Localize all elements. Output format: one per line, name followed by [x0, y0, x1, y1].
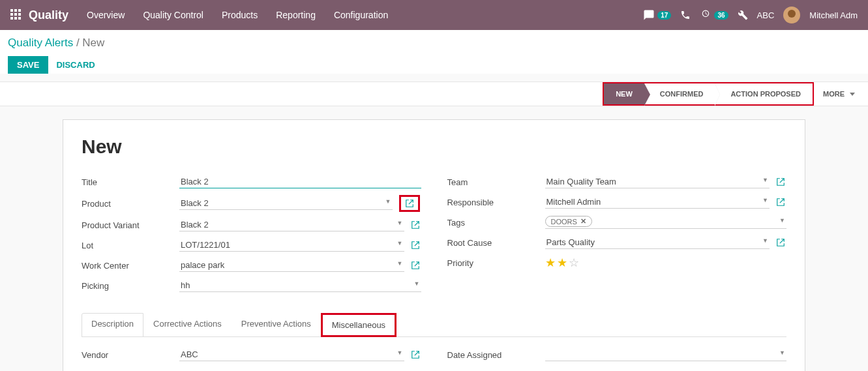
form-right: Team ▼ Responsible ▼ Tags DOORS✕ ▼	[447, 175, 787, 299]
title-input[interactable]	[179, 175, 421, 188]
product-input[interactable]	[179, 197, 393, 210]
page-head: Quality Alerts / New SAVE DISCARD	[0, 30, 868, 74]
main-menu: Overview Quality Control Products Report…	[87, 10, 388, 20]
label-date-assigned: Date Assigned	[447, 350, 545, 360]
external-link-icon[interactable]	[776, 177, 785, 186]
close-icon[interactable]: ✕	[580, 217, 586, 226]
svg-rect-2	[18, 9, 21, 12]
company-input[interactable]	[179, 368, 404, 371]
external-link-icon[interactable]	[411, 241, 420, 250]
label-picking: Picking	[82, 281, 179, 291]
menu-overview[interactable]: Overview	[87, 10, 125, 20]
stage-confirmed[interactable]: CONFIRMED	[644, 83, 715, 104]
root-cause-input[interactable]	[545, 236, 770, 249]
work-center-input[interactable]	[179, 259, 404, 272]
form-left: Title Product ▼ Product Variant ▼ Lot ▼	[82, 175, 421, 299]
action-bar: SAVE DISCARD	[8, 56, 860, 74]
stage-more[interactable]: MORE	[814, 82, 861, 106]
label-product: Product	[82, 199, 179, 209]
breadcrumb-current: New	[82, 37, 104, 49]
priority-stars[interactable]: ★ ★ ☆	[545, 256, 787, 270]
label-root-cause: Root Cause	[447, 238, 545, 248]
label-title: Title	[82, 177, 179, 187]
menu-quality-control[interactable]: Quality Control	[143, 10, 203, 20]
nav-right: 17 36 ABC Mitchell Adm	[643, 7, 858, 23]
external-link-icon[interactable]	[411, 261, 420, 270]
external-link-icon[interactable]	[411, 220, 420, 230]
user-short[interactable]: ABC	[757, 10, 775, 20]
stage-action-proposed[interactable]: ACTION PROPOSED	[715, 83, 813, 104]
user-name[interactable]: Mitchell Adm	[809, 10, 858, 20]
tab-corrective-actions[interactable]: Corrective Actions	[143, 313, 232, 337]
picking-input[interactable]	[179, 279, 421, 292]
menu-products[interactable]: Products	[222, 10, 258, 20]
apps-icon[interactable]	[10, 9, 21, 22]
avatar[interactable]	[783, 7, 800, 23]
activities-icon[interactable]: 36	[700, 9, 728, 21]
vendor-input[interactable]	[179, 348, 404, 361]
menu-configuration[interactable]: Configuration	[334, 10, 388, 20]
team-input[interactable]	[545, 175, 770, 188]
status-bar: NEW CONFIRMED ACTION PROPOSED MORE	[0, 82, 868, 106]
product-variant-input[interactable]	[179, 218, 404, 231]
activities-badge: 36	[714, 11, 728, 20]
svg-rect-0	[10, 9, 13, 12]
svg-rect-3	[10, 13, 13, 16]
svg-rect-6	[10, 17, 13, 20]
svg-rect-8	[18, 17, 21, 20]
tools-icon[interactable]	[738, 10, 748, 20]
label-vendor: Vendor	[82, 350, 179, 360]
tabs: Description Corrective Actions Preventiv…	[82, 313, 786, 337]
lot-input[interactable]	[179, 239, 404, 252]
svg-rect-1	[14, 9, 17, 12]
tab-content-miscellaneous: Vendor ▼ Company ▼ Date Assigned ▼	[82, 337, 786, 371]
phone-icon[interactable]	[680, 10, 691, 20]
star-icon[interactable]: ★	[545, 256, 556, 270]
page-title: New	[82, 136, 786, 158]
star-icon[interactable]: ☆	[569, 256, 579, 270]
star-icon[interactable]: ★	[557, 256, 567, 270]
top-nav: Quality Overview Quality Control Product…	[0, 0, 868, 30]
messages-icon[interactable]: 17	[643, 9, 671, 21]
external-link-icon[interactable]	[776, 198, 785, 207]
tab-description[interactable]: Description	[82, 313, 143, 337]
menu-reporting[interactable]: Reporting	[276, 10, 316, 20]
tag-chip[interactable]: DOORS✕	[545, 216, 592, 227]
app-brand[interactable]: Quality	[29, 8, 68, 22]
date-assigned-input[interactable]	[545, 348, 787, 361]
breadcrumb-parent[interactable]: Quality Alerts	[8, 37, 73, 49]
discard-button[interactable]: DISCARD	[56, 60, 95, 70]
label-work-center: Work Center	[82, 261, 179, 271]
responsible-input[interactable]	[545, 196, 770, 209]
chevron-down-icon	[850, 93, 855, 96]
svg-rect-7	[14, 17, 17, 20]
chevron-down-icon: ▼	[779, 217, 785, 224]
label-product-variant: Product Variant	[82, 220, 179, 230]
external-link-icon[interactable]	[776, 238, 785, 247]
svg-rect-5	[18, 13, 21, 16]
svg-rect-4	[14, 13, 17, 16]
save-button[interactable]: SAVE	[8, 56, 48, 74]
label-team: Team	[447, 177, 545, 187]
tab-preventive-actions[interactable]: Preventive Actions	[232, 313, 321, 337]
form-sheet: New Title Product ▼ Product Variant ▼	[63, 119, 805, 371]
label-lot: Lot	[82, 241, 179, 250]
label-priority: Priority	[447, 258, 545, 268]
label-responsible: Responsible	[447, 198, 545, 207]
tab-miscellaneous[interactable]: Miscellaneous	[321, 313, 397, 337]
status-stages: NEW CONFIRMED ACTION PROPOSED	[603, 82, 814, 106]
messages-badge: 17	[657, 11, 671, 20]
label-tags: Tags	[447, 218, 545, 228]
breadcrumb: Quality Alerts / New	[8, 37, 860, 50]
external-link-icon[interactable]	[399, 195, 420, 212]
stage-new[interactable]: NEW	[604, 83, 644, 104]
external-link-icon[interactable]	[411, 350, 420, 359]
